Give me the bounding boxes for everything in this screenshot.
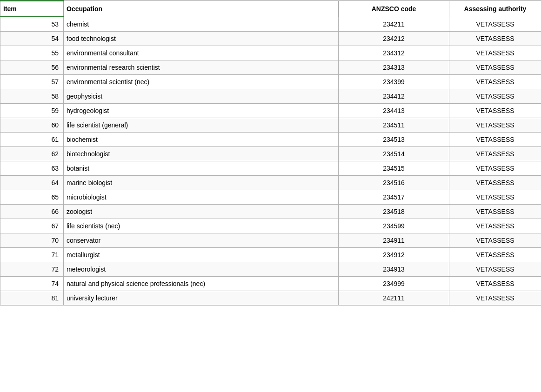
cell-authority: VETASSESS <box>449 248 541 262</box>
table-row: 54food technologist234212VETASSESS <box>0 32 541 46</box>
cell-occupation: marine biologist <box>64 176 339 190</box>
table-row: 58geophysicist234412VETASSESS <box>0 89 541 104</box>
table-row: 61biochemist234513VETASSESS <box>0 133 541 147</box>
cell-anzsco: 242111 <box>339 291 449 306</box>
cell-occupation: natural and physical science professiona… <box>64 277 339 291</box>
cell-anzsco: 234212 <box>339 32 449 46</box>
cell-authority: VETASSESS <box>449 104 541 118</box>
table-row: 63botanist234515VETASSESS <box>0 161 541 176</box>
cell-occupation: environmental scientist (nec) <box>64 75 339 89</box>
cell-occupation: geophysicist <box>64 89 339 104</box>
cell-item: 53 <box>0 17 64 32</box>
cell-item: 81 <box>0 291 64 306</box>
header-anzsco: ANZSCO code <box>339 1 449 17</box>
cell-authority: VETASSESS <box>449 147 541 161</box>
cell-authority: VETASSESS <box>449 262 541 277</box>
cell-occupation: botanist <box>64 161 339 176</box>
cell-occupation: conservator <box>64 233 339 248</box>
cell-item: 59 <box>0 104 64 118</box>
cell-authority: VETASSESS <box>449 60 541 75</box>
cell-authority: VETASSESS <box>449 32 541 46</box>
header-authority: Assessing authority <box>449 1 541 17</box>
cell-anzsco: 234516 <box>339 176 449 190</box>
cell-authority: VETASSESS <box>449 176 541 190</box>
cell-item: 66 <box>0 205 64 219</box>
cell-anzsco: 234511 <box>339 118 449 133</box>
cell-authority: VETASSESS <box>449 190 541 205</box>
cell-item: 63 <box>0 161 64 176</box>
table-row: 60life scientist (general)234511VETASSES… <box>0 118 541 133</box>
cell-item: 58 <box>0 89 64 104</box>
table-row: 67life scientists (nec)234599VETASSESS <box>0 219 541 233</box>
cell-occupation: university lecturer <box>64 291 339 306</box>
header-item: Item <box>0 1 64 17</box>
cell-authority: VETASSESS <box>449 219 541 233</box>
cell-item: 67 <box>0 219 64 233</box>
cell-authority: VETASSESS <box>449 133 541 147</box>
cell-authority: VETASSESS <box>449 46 541 60</box>
cell-anzsco: 234911 <box>339 233 449 248</box>
cell-authority: VETASSESS <box>449 205 541 219</box>
cell-item: 57 <box>0 75 64 89</box>
cell-authority: VETASSESS <box>449 291 541 306</box>
cell-authority: VETASSESS <box>449 161 541 176</box>
table-row: 81university lecturer242111VETASSESS <box>0 291 541 306</box>
cell-authority: VETASSESS <box>449 17 541 32</box>
cell-anzsco: 234518 <box>339 205 449 219</box>
cell-occupation: chemist <box>64 17 339 32</box>
table-row: 53chemist234211VETASSESS <box>0 17 541 32</box>
cell-anzsco: 234211 <box>339 17 449 32</box>
cell-occupation: meteorologist <box>64 262 339 277</box>
cell-occupation: biotechnologist <box>64 147 339 161</box>
occupation-table: Item Occupation ANZSCO code Assessing au… <box>0 0 541 306</box>
cell-occupation: environmental research scientist <box>64 60 339 75</box>
cell-authority: VETASSESS <box>449 89 541 104</box>
cell-item: 55 <box>0 46 64 60</box>
cell-occupation: life scientists (nec) <box>64 219 339 233</box>
cell-item: 64 <box>0 176 64 190</box>
table-row: 74natural and physical science professio… <box>0 277 541 291</box>
cell-occupation: environmental consultant <box>64 46 339 60</box>
cell-anzsco: 234312 <box>339 46 449 60</box>
table-row: 72meteorologist234913VETASSESS <box>0 262 541 277</box>
table-row: 55environmental consultant234312VETASSES… <box>0 46 541 60</box>
cell-occupation: biochemist <box>64 133 339 147</box>
cell-authority: VETASSESS <box>449 75 541 89</box>
cell-anzsco: 234313 <box>339 60 449 75</box>
cell-anzsco: 234599 <box>339 219 449 233</box>
cell-anzsco: 234413 <box>339 104 449 118</box>
cell-item: 74 <box>0 277 64 291</box>
cell-anzsco: 234912 <box>339 248 449 262</box>
cell-anzsco: 234514 <box>339 147 449 161</box>
table-row: 71metallurgist234912VETASSESS <box>0 248 541 262</box>
cell-item: 54 <box>0 32 64 46</box>
cell-occupation: microbiologist <box>64 190 339 205</box>
cell-item: 71 <box>0 248 64 262</box>
cell-anzsco: 234513 <box>339 133 449 147</box>
table-row: 62biotechnologist234514VETASSESS <box>0 147 541 161</box>
cell-item: 56 <box>0 60 64 75</box>
table-row: 57environmental scientist (nec)234399VET… <box>0 75 541 89</box>
table-row: 65microbiologist234517VETASSESS <box>0 190 541 205</box>
table-row: 70conservator234911VETASSESS <box>0 233 541 248</box>
cell-item: 60 <box>0 118 64 133</box>
cell-item: 61 <box>0 133 64 147</box>
cell-occupation: life scientist (general) <box>64 118 339 133</box>
table-body: 53chemist234211VETASSESS54food technolog… <box>0 17 541 306</box>
cell-occupation: zoologist <box>64 205 339 219</box>
header-row: Item Occupation ANZSCO code Assessing au… <box>0 1 541 17</box>
cell-authority: VETASSESS <box>449 118 541 133</box>
cell-anzsco: 234913 <box>339 262 449 277</box>
cell-anzsco: 234517 <box>339 190 449 205</box>
cell-item: 65 <box>0 190 64 205</box>
cell-anzsco: 234399 <box>339 75 449 89</box>
cell-authority: VETASSESS <box>449 277 541 291</box>
cell-anzsco: 234412 <box>339 89 449 104</box>
cell-item: 72 <box>0 262 64 277</box>
cell-item: 70 <box>0 233 64 248</box>
cell-occupation: metallurgist <box>64 248 339 262</box>
cell-anzsco: 234999 <box>339 277 449 291</box>
table-row: 56environmental research scientist234313… <box>0 60 541 75</box>
table-row: 59hydrogeologist234413VETASSESS <box>0 104 541 118</box>
header-occupation: Occupation <box>64 1 339 17</box>
